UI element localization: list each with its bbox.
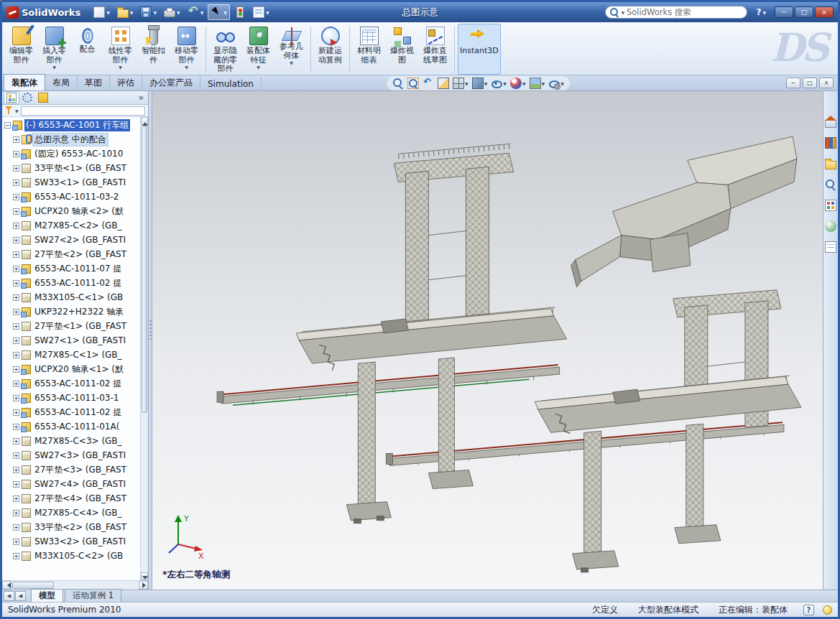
hide-show-items-button[interactable]: ▼: [490, 77, 507, 90]
search-input[interactable]: [627, 7, 742, 17]
tree-item[interactable]: −(-) 6553-AC-1001 行车组: [2, 118, 140, 132]
print-button[interactable]: ▼: [161, 5, 183, 19]
expand-box-icon[interactable]: +: [13, 309, 19, 315]
expand-box-icon[interactable]: +: [13, 467, 19, 473]
expand-box-icon[interactable]: +: [13, 151, 19, 157]
ribbon-button-explode-line-sketch[interactable]: 爆炸直线草图: [419, 24, 451, 75]
dropdown-caret-icon[interactable]: ▼: [52, 65, 56, 70]
dropdown-caret-icon[interactable]: ▼: [177, 10, 180, 15]
select-button[interactable]: ▼: [208, 4, 230, 20]
motion-scroll-right-button[interactable]: ◀: [15, 591, 26, 601]
undo-button[interactable]: ▼: [185, 4, 207, 20]
tab-Simulation[interactable]: Simulation: [200, 77, 262, 90]
save-button[interactable]: ▼: [137, 4, 160, 20]
dropdown-caret-icon[interactable]: ▼: [465, 81, 469, 86]
expand-box-icon[interactable]: +: [13, 323, 19, 330]
options-button[interactable]: ▼: [250, 4, 272, 20]
status-help-icon[interactable]: ?: [803, 605, 814, 615]
dropdown-caret-icon[interactable]: ▼: [119, 65, 122, 70]
filter-caret-icon[interactable]: ▼: [15, 108, 19, 113]
open-button[interactable]: ▼: [114, 5, 137, 20]
dropdown-caret-icon[interactable]: ▼: [185, 65, 188, 70]
expand-box-icon[interactable]: +: [13, 294, 19, 301]
tab-模型[interactable]: 模型: [31, 589, 63, 602]
expand-box-icon[interactable]: +: [13, 381, 19, 387]
expand-box-icon[interactable]: +: [13, 237, 19, 243]
expand-box-icon[interactable]: +: [13, 280, 19, 287]
tree-item[interactable]: +27平垫<2> (GB_FAST: [2, 247, 140, 261]
ribbon-button-linear-pattern[interactable]: 线性零部件▼: [104, 24, 137, 75]
close-button[interactable]: ×: [815, 6, 834, 18]
tree-item[interactable]: +M33X105-C<2> (GB: [2, 549, 140, 563]
dropdown-caret-icon[interactable]: ▼: [153, 10, 157, 15]
expand-box-icon[interactable]: +: [13, 251, 19, 258]
tree-item[interactable]: +27平垫<1> (GB_FAST: [2, 319, 140, 333]
expand-box-icon[interactable]: +: [13, 553, 19, 559]
dropdown-caret-icon[interactable]: ▼: [560, 81, 564, 86]
ribbon-button-smart-fasteners[interactable]: 智能扣件: [137, 24, 170, 75]
search-scope-caret-icon[interactable]: ▼: [621, 10, 624, 15]
tree-item[interactable]: +M27X85-C<4> (GB_: [2, 506, 140, 520]
dropdown-caret-icon[interactable]: ▼: [290, 60, 293, 65]
edit-appearance-button[interactable]: ▼: [509, 77, 527, 90]
dropdown-caret-icon[interactable]: ▼: [503, 81, 507, 86]
dropdown-caret-icon[interactable]: ▼: [522, 81, 526, 86]
previous-view-button[interactable]: [422, 77, 435, 90]
ribbon-button-assembly-features[interactable]: 装配体特征▼: [242, 24, 274, 75]
scrollbar-thumb[interactable]: [142, 126, 147, 413]
tree-item[interactable]: +6553-AC-1011-02 提: [2, 405, 140, 419]
expand-box-icon[interactable]: +: [13, 352, 19, 358]
dropdown-caret-icon[interactable]: ▼: [106, 10, 110, 15]
tree-item[interactable]: +M27X85-C<1> (GB_: [2, 348, 140, 362]
tree-item[interactable]: +6553-AC-1011-02 提: [2, 276, 140, 290]
apply-scene-button[interactable]: ▼: [529, 77, 546, 90]
view-orientation-button[interactable]: ▼: [452, 77, 469, 90]
expand-box-icon[interactable]: +: [13, 395, 19, 401]
tree-item[interactable]: +SW33<2> (GB_FASTI: [2, 534, 140, 549]
expand-box-icon[interactable]: +: [13, 510, 19, 516]
custom-properties-button[interactable]: [824, 241, 837, 253]
scroll-right-icon[interactable]: [139, 581, 148, 590]
tree-item[interactable]: +UCPX20 轴承<2> (默: [2, 204, 140, 218]
expand-box-icon[interactable]: +: [13, 366, 19, 373]
ribbon-button-bom[interactable]: 材料明细表: [353, 24, 385, 75]
graphics-viewport[interactable]: Y X *左右二等角轴测: [152, 91, 823, 590]
dropdown-caret-icon[interactable]: ▼: [266, 10, 269, 15]
propertymanager-tab[interactable]: [19, 91, 35, 104]
tree-item[interactable]: +SW27<1> (GB_FASTI: [2, 333, 140, 348]
expand-box-icon[interactable]: +: [13, 481, 19, 488]
maximize-button[interactable]: □: [795, 6, 813, 18]
tab-运动算例 1[interactable]: 运动算例 1: [65, 589, 121, 602]
search-box[interactable]: ▼: [605, 6, 747, 19]
tree-item[interactable]: +SW27<2> (GB_FASTI: [2, 233, 140, 247]
ribbon-button-insert-components[interactable]: 插入零部件▼: [38, 24, 70, 75]
panel-chevron[interactable]: »: [139, 93, 147, 103]
new-document-button[interactable]: ▼: [91, 4, 113, 20]
expand-box-icon[interactable]: +: [13, 338, 19, 344]
tree-item[interactable]: +33平垫<1> (GB_FAST: [2, 161, 140, 175]
scroll-up-icon[interactable]: [141, 117, 148, 125]
help-menu[interactable]: ? ▼: [756, 7, 766, 17]
expand-box-icon[interactable]: +: [13, 452, 19, 459]
dropdown-caret-icon[interactable]: ▼: [542, 81, 545, 86]
view-settings-button[interactable]: ▼: [548, 77, 565, 90]
ribbon-button-mate[interactable]: 配合: [71, 24, 103, 75]
expand-box-icon[interactable]: +: [13, 266, 19, 272]
scroll-down-icon[interactable]: [141, 572, 148, 580]
doc-minimize-button[interactable]: ─: [786, 78, 800, 88]
tree-item[interactable]: +SW27<3> (GB_FASTI: [2, 448, 140, 462]
expand-box-icon[interactable]: +: [13, 165, 19, 172]
scrollbar-thumb[interactable]: [12, 582, 54, 589]
expand-box-icon[interactable]: +: [13, 524, 19, 531]
solidworks-resources-button[interactable]: [824, 116, 837, 129]
expand-box-icon[interactable]: +: [13, 495, 19, 502]
configurationmanager-tab[interactable]: [35, 91, 51, 104]
tree-item[interactable]: +6553-AC-1011-07 提: [2, 261, 140, 276]
dropdown-caret-icon[interactable]: ▼: [130, 10, 134, 15]
dropdown-caret-icon[interactable]: ▼: [484, 81, 488, 86]
appearances-scenes-button[interactable]: [824, 220, 837, 233]
tree-item[interactable]: +(固定) 6553-AC-1010: [2, 146, 140, 161]
dropdown-caret-icon[interactable]: ▼: [257, 65, 260, 70]
tree-item[interactable]: +M33X105-C<1> (GB: [2, 290, 140, 304]
file-explorer-button[interactable]: [824, 157, 837, 170]
